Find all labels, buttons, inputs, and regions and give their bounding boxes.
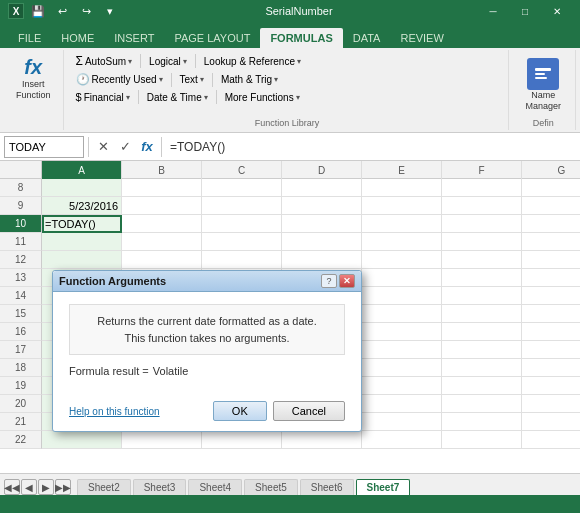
cell-b9[interactable] [122,197,202,215]
cell-e14[interactable] [362,287,442,305]
morefunctions-button[interactable]: More Functions ▾ [221,90,304,105]
cell-d9[interactable] [282,197,362,215]
cell-g21[interactable] [522,413,580,431]
col-header-f[interactable]: F [442,161,522,179]
formula-input[interactable]: =TODAY() [166,140,576,154]
mathtrig-button[interactable]: Math & Trig ▾ [217,72,282,87]
col-header-c[interactable]: C [202,161,282,179]
sheet-tab-sheet2[interactable]: Sheet2 [77,479,131,495]
row-header-11[interactable]: 11 [0,233,42,251]
col-header-b[interactable]: B [122,161,202,179]
cell-e13[interactable] [362,269,442,287]
cell-a9[interactable]: 5/23/2016 [42,197,122,215]
cell-a11[interactable] [42,233,122,251]
row-header-10[interactable]: 10 [0,215,42,233]
dialog-help-button[interactable]: ? [321,274,337,288]
sheet-tab-sheet6[interactable]: Sheet6 [300,479,354,495]
col-header-e[interactable]: E [362,161,442,179]
cell-d11[interactable] [282,233,362,251]
row-header-20[interactable]: 20 [0,395,42,413]
cell-e21[interactable] [362,413,442,431]
autosum-button[interactable]: Σ AutoSum ▾ [72,52,137,70]
cell-c22[interactable] [202,431,282,449]
row-header-8[interactable]: 8 [0,179,42,197]
sheet-tab-sheet5[interactable]: Sheet5 [244,479,298,495]
cell-c12[interactable] [202,251,282,269]
name-manager-button[interactable]: NameManager [519,54,567,116]
cell-e18[interactable] [362,359,442,377]
cell-g11[interactable] [522,233,580,251]
cell-g8[interactable] [522,179,580,197]
insert-function-button[interactable]: fx InsertFunction [10,52,57,105]
insert-function-fx-button[interactable]: fx [137,137,157,157]
cell-e19[interactable] [362,377,442,395]
row-header-15[interactable]: 15 [0,305,42,323]
cell-f9[interactable] [442,197,522,215]
cell-g14[interactable] [522,287,580,305]
cell-g15[interactable] [522,305,580,323]
undo-button[interactable]: ↩ [52,2,72,20]
cell-b8[interactable] [122,179,202,197]
sheet-prev-button[interactable]: ◀ [21,479,37,495]
sheet-tab-sheet4[interactable]: Sheet4 [188,479,242,495]
cell-g19[interactable] [522,377,580,395]
cell-e10[interactable] [362,215,442,233]
cell-e20[interactable] [362,395,442,413]
cell-g16[interactable] [522,323,580,341]
close-button[interactable]: ✕ [542,3,572,19]
row-header-14[interactable]: 14 [0,287,42,305]
cell-e9[interactable] [362,197,442,215]
dialog-help-link[interactable]: Help on this function [69,406,160,417]
cell-g13[interactable] [522,269,580,287]
col-header-d[interactable]: D [282,161,362,179]
col-header-g[interactable]: G [522,161,580,179]
dialog-ok-button[interactable]: OK [213,401,267,421]
row-header-13[interactable]: 13 [0,269,42,287]
cell-f13[interactable] [442,269,522,287]
row-header-22[interactable]: 22 [0,431,42,449]
cell-c9[interactable] [202,197,282,215]
dialog-close-button[interactable]: ✕ [339,274,355,288]
cell-b11[interactable] [122,233,202,251]
cell-f16[interactable] [442,323,522,341]
tab-file[interactable]: FILE [8,28,51,48]
recently-used-button[interactable]: 🕐 Recently Used ▾ [72,71,167,88]
cell-f22[interactable] [442,431,522,449]
row-header-16[interactable]: 16 [0,323,42,341]
cell-e16[interactable] [362,323,442,341]
sheet-tab-sheet3[interactable]: Sheet3 [133,479,187,495]
cell-c10[interactable] [202,215,282,233]
cell-f11[interactable] [442,233,522,251]
row-header-18[interactable]: 18 [0,359,42,377]
lookup-reference-button[interactable]: Lookup & Reference ▾ [200,54,305,69]
minimize-button[interactable]: ─ [478,3,508,19]
col-header-a[interactable]: A [42,161,122,179]
cell-g18[interactable] [522,359,580,377]
financial-button[interactable]: $ Financial ▾ [72,89,134,105]
cell-f10[interactable] [442,215,522,233]
cell-g9[interactable] [522,197,580,215]
text-button[interactable]: Text ▾ [176,72,208,87]
sheet-first-button[interactable]: ◀◀ [4,479,20,495]
cell-b12[interactable] [122,251,202,269]
cell-e8[interactable] [362,179,442,197]
cell-a10[interactable]: =TODAY() [42,215,122,233]
cell-b22[interactable] [122,431,202,449]
cell-g10[interactable] [522,215,580,233]
function-arguments-dialog[interactable]: Function Arguments ? ✕ Returns the curre… [52,270,362,432]
cell-g22[interactable] [522,431,580,449]
cell-f8[interactable] [442,179,522,197]
cell-g20[interactable] [522,395,580,413]
cell-c11[interactable] [202,233,282,251]
row-header-19[interactable]: 19 [0,377,42,395]
tab-data[interactable]: DATA [343,28,391,48]
row-header-17[interactable]: 17 [0,341,42,359]
cell-f18[interactable] [442,359,522,377]
cell-d10[interactable] [282,215,362,233]
maximize-button[interactable]: □ [510,3,540,19]
cell-c8[interactable] [202,179,282,197]
datetime-button[interactable]: Date & Time ▾ [143,90,212,105]
cell-e11[interactable] [362,233,442,251]
dialog-cancel-button[interactable]: Cancel [273,401,345,421]
cell-f14[interactable] [442,287,522,305]
